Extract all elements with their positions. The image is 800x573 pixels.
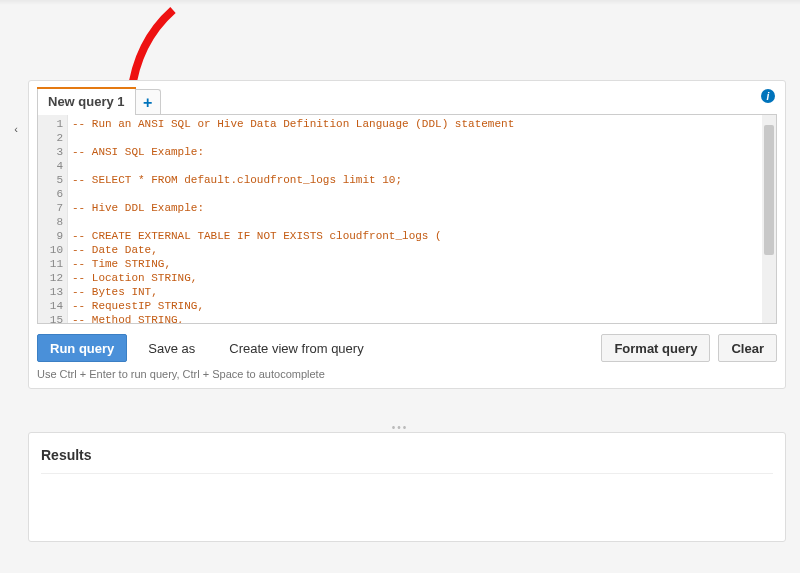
editor-scrollbar[interactable] <box>762 115 776 323</box>
tab-new-query-1[interactable]: New query 1 <box>37 87 136 115</box>
chevron-left-icon: ‹ <box>14 123 18 135</box>
line-number: 1 <box>38 117 63 131</box>
results-title: Results <box>41 447 773 474</box>
line-number: 7 <box>38 201 63 215</box>
info-icon[interactable]: i <box>761 89 775 103</box>
line-number: 6 <box>38 187 63 201</box>
plus-icon: + <box>143 94 152 112</box>
line-number: 14 <box>38 299 63 313</box>
line-number: 9 <box>38 229 63 243</box>
sql-editor[interactable]: 123456789101112131415161718192021 -- Run… <box>37 114 777 324</box>
create-view-button[interactable]: Create view from query <box>216 334 376 362</box>
clear-button[interactable]: Clear <box>718 334 777 362</box>
line-number: 2 <box>38 131 63 145</box>
line-number: 12 <box>38 271 63 285</box>
line-number: 15 <box>38 313 63 324</box>
line-number: 8 <box>38 215 63 229</box>
query-editor-panel: New query 1 + i 123456789101112131415161… <box>28 80 786 389</box>
scrollbar-thumb[interactable] <box>764 125 774 255</box>
keyboard-hint: Use Ctrl + Enter to run query, Ctrl + Sp… <box>37 368 777 384</box>
query-tabs: New query 1 + i <box>37 87 777 115</box>
run-query-button[interactable]: Run query <box>37 334 127 362</box>
sidebar-expand-toggle[interactable]: ‹ <box>9 120 23 138</box>
line-number: 13 <box>38 285 63 299</box>
line-number: 3 <box>38 145 63 159</box>
editor-code-area[interactable]: -- Run an ANSI SQL or Hive Data Definiti… <box>68 115 762 323</box>
line-number: 10 <box>38 243 63 257</box>
line-number: 11 <box>38 257 63 271</box>
add-tab-button[interactable]: + <box>135 89 161 115</box>
format-query-button[interactable]: Format query <box>601 334 710 362</box>
editor-toolbar: Run query Save as Create view from query… <box>37 324 777 368</box>
line-number: 5 <box>38 173 63 187</box>
line-number: 4 <box>38 159 63 173</box>
save-as-button[interactable]: Save as <box>135 334 208 362</box>
results-panel: Results <box>28 432 786 542</box>
tab-label: New query 1 <box>48 94 125 109</box>
editor-gutter: 123456789101112131415161718192021 <box>38 115 68 323</box>
